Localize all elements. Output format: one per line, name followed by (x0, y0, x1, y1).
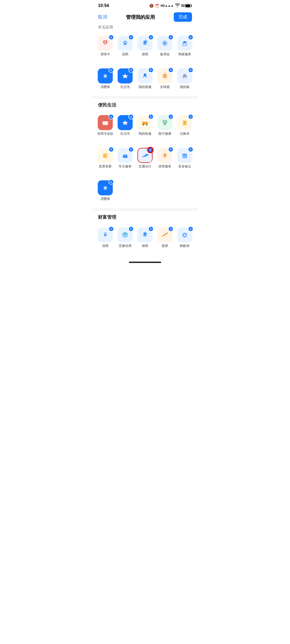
app-anquan[interactable]: + 安全备忘 (175, 145, 195, 171)
app-qinqingka[interactable]: + 亲情卡 (95, 33, 115, 59)
svg-point-28 (144, 74, 146, 75)
svg-point-73 (184, 155, 185, 156)
section-divider-2 (93, 208, 197, 211)
status-icons: 🔕 ⏰ HD▲▲▲ 92 (149, 3, 192, 8)
svg-point-45 (146, 124, 147, 126)
svg-text:券: 券 (103, 74, 107, 78)
app-label: 借呗 (142, 244, 148, 248)
plus-badge: + (108, 114, 114, 119)
svg-rect-1 (186, 5, 190, 7)
plus-badge: + (128, 226, 134, 232)
app-label: 车主服务 (119, 164, 132, 169)
header: 取消 管理我的应用 完成 (93, 10, 197, 25)
status-bar: 10:54 🔕 ⏰ HD▲▲▲ 92 (93, 0, 197, 10)
app-yiliao[interactable]: + 医疗健康 (155, 112, 175, 139)
plus-badge: + (128, 35, 134, 40)
plus-badge: + (168, 67, 173, 73)
app-jiaotong[interactable]: + 交通出行 (135, 145, 155, 171)
home-indicator (129, 262, 161, 263)
app-label: 交通出行 (139, 164, 151, 169)
plus-badge: + (188, 114, 193, 119)
bianmin-row3: 券 + 消费券 (93, 175, 197, 208)
app-chezhu[interactable]: + 车主服务 (115, 145, 135, 171)
svg-rect-62 (125, 155, 127, 156)
plus-badge: + (148, 147, 153, 153)
app-label: 记账本 (180, 132, 190, 136)
plus-badge: + (128, 67, 134, 73)
svg-text:¥: ¥ (184, 43, 185, 46)
app-gupiao[interactable]: + 股票 (155, 225, 175, 251)
app-xinyong[interactable]: + 信用卡还款 (95, 112, 115, 139)
app-label: 芝麻信用 (119, 244, 132, 248)
plus-badge: + (108, 147, 114, 152)
svg-text:券: 券 (103, 186, 107, 190)
app-xiaofeiquan2[interactable]: 券 + 消费券 (95, 178, 115, 204)
app-label: 生活号 (120, 132, 130, 136)
plus-badge: + (168, 226, 173, 232)
common-apps-row2: 券 + 消费券 + 生活号 (93, 64, 197, 96)
app-huabei[interactable]: + 花呗 (115, 33, 135, 59)
svg-point-35 (184, 76, 186, 77)
app-label: 全球惠 (160, 85, 170, 89)
app-label: 商家服务 (178, 52, 191, 57)
svg-rect-61 (124, 155, 125, 156)
done-button[interactable]: 完成 (174, 12, 192, 22)
app-xiaofeiquan[interactable]: 券 + 消费券 (95, 66, 115, 92)
app-label: 我的家 (180, 85, 190, 89)
app-label: 花呗 (122, 52, 128, 57)
svg-text:b: b (164, 41, 166, 45)
signal-icon: HD▲▲▲ (161, 4, 174, 7)
app-jiebei[interactable]: + 借呗 (135, 33, 155, 59)
app-label: 蚂蚁保 (180, 244, 190, 248)
svg-rect-53 (183, 122, 185, 122)
cancel-button[interactable]: 取消 (98, 14, 107, 20)
svg-rect-5 (104, 43, 106, 44)
common-apps-row1: + 亲情卡 + 花呗 (93, 31, 197, 64)
status-time: 10:54 (98, 3, 109, 8)
svg-rect-48 (164, 121, 166, 124)
svg-text:✈: ✈ (164, 76, 166, 78)
app-shenghuo2[interactable]: + 生活号 (115, 112, 135, 139)
app-label: 消费券 (100, 85, 110, 89)
app-label: 备用金 (160, 52, 170, 57)
app-jiebei2[interactable]: + 借呗 (135, 225, 155, 251)
svg-text:羊=: 羊= (103, 155, 107, 158)
app-label: 安全备忘 (178, 164, 191, 169)
section-bianmin-label: 便民生活 (93, 99, 197, 110)
battery-icon: 92 (181, 4, 192, 8)
svg-rect-39 (103, 124, 104, 125)
app-mabao[interactable]: 保 + 蚂蚁保 (175, 225, 195, 251)
plus-badge: + (108, 179, 114, 185)
app-quanqiuhui[interactable]: ✈ + 全球惠 (155, 66, 175, 92)
plus-badge: + (188, 226, 193, 232)
svg-rect-60 (123, 156, 128, 157)
plus-badge: + (168, 147, 173, 152)
app-fapiao[interactable]: 羊= + 发票管家 (95, 145, 115, 171)
app-label: 股票 (162, 244, 168, 248)
app-label: 信用卡还款 (97, 132, 113, 136)
app-jizhangben[interactable]: ¥ + 记账本 (175, 112, 195, 139)
bianmin-row2: 羊= + 发票管家 + 车主服务 (93, 143, 197, 176)
app-kefu[interactable]: + 我的客服 (135, 66, 155, 92)
svg-point-12 (144, 41, 146, 43)
mute-icon: 🔕 (149, 4, 154, 8)
partial-section-label: 常见应用 (93, 25, 197, 31)
caifu-row1: + 花呗 + 芝麻信用 (93, 222, 197, 255)
app-shangjia[interactable]: ¥ + 商家服务 (175, 33, 195, 59)
section-divider (93, 96, 197, 99)
svg-point-8 (124, 42, 126, 43)
app-label: 花呗 (102, 244, 108, 248)
app-zhima[interactable]: + 芝麻信用 (115, 225, 135, 251)
svg-point-77 (104, 233, 106, 235)
app-huabei2[interactable]: + 花呗 (95, 225, 115, 251)
app-tiyu[interactable]: + 体育服务 (155, 145, 175, 171)
svg-rect-46 (146, 122, 148, 124)
svg-rect-2 (191, 5, 192, 6)
plus-badge: + (128, 147, 134, 152)
app-beiyongjin[interactable]: b + 备用金 (155, 33, 175, 59)
app-kuaidi[interactable]: + 我的快递 (135, 112, 155, 139)
app-label: 借呗 (142, 52, 148, 57)
plus-badge: + (148, 114, 154, 119)
app-shenghuo[interactable]: + 生活号 (115, 66, 135, 92)
app-wojia[interactable]: + 我的家 (175, 66, 195, 92)
